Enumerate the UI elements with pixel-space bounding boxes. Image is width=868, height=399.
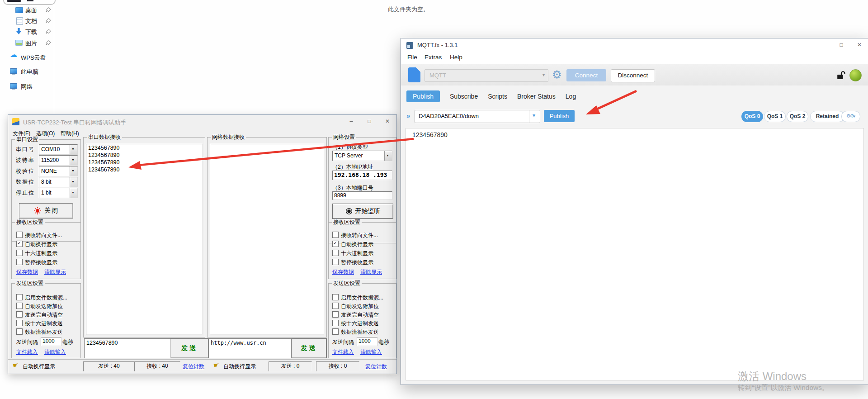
start-listen-button[interactable]: 开始监听: [332, 204, 393, 219]
publish-options-gear-button[interactable]: [841, 111, 860, 122]
chevron-down-icon[interactable]: [70, 188, 77, 198]
clear-input-link[interactable]: 清除输入: [360, 348, 382, 356]
net-send-button[interactable]: 发送: [291, 338, 327, 358]
checkbox-auto-clear[interactable]: [16, 311, 23, 318]
checkbox-recv-to-file[interactable]: [16, 232, 23, 238]
collapse-chevron-icon[interactable]: [406, 112, 410, 119]
chevron-down-icon[interactable]: [70, 156, 77, 165]
local-port-input[interactable]: 8899: [332, 191, 392, 200]
chevron-down-icon[interactable]: [70, 145, 77, 154]
checkbox-auto-append[interactable]: [16, 303, 23, 309]
publish-button[interactable]: Publish: [544, 110, 575, 122]
settings-gear-icon[interactable]: [552, 69, 562, 80]
minimize-button[interactable]: [814, 38, 832, 52]
serial-send-input[interactable]: 1234567890: [84, 338, 172, 358]
mqtt-tabs: Publish Subscribe Scripts Broker Status …: [406, 89, 576, 104]
hand-pointer-icon: [213, 361, 220, 370]
checkbox-pause-recv[interactable]: [332, 259, 339, 265]
tab-log[interactable]: Log: [566, 90, 576, 102]
mqtt-titlebar[interactable]: MQTT.fx - 1.3.1: [401, 38, 868, 52]
checkbox-file-source[interactable]: [332, 294, 339, 300]
checkbox-file-source[interactable]: [16, 294, 23, 300]
usr-titlebar[interactable]: USR-TCP232-Test 串口转网络调试助手: [8, 115, 396, 128]
tab-broker-status[interactable]: Broker Status: [517, 90, 556, 102]
checkbox-auto-append[interactable]: [332, 303, 339, 309]
checkbox-hex-send[interactable]: [332, 320, 339, 326]
hand-pointer-icon: [12, 361, 19, 370]
load-file-link[interactable]: 文件载入: [16, 348, 38, 356]
net-recv-textarea[interactable]: [210, 144, 324, 335]
windows-activation-watermark-sub: 转到“设置”以激活 Windows。: [738, 383, 829, 393]
disconnect-button[interactable]: Disconnect: [611, 69, 655, 82]
local-ip-input[interactable]: 192.168.18 .193: [332, 171, 392, 180]
close-serial-button[interactable]: 关闭: [19, 203, 73, 218]
tab-publish[interactable]: Publish: [406, 90, 440, 102]
usr-app-icon: [12, 118, 19, 125]
baud-rate-select[interactable]: 115200: [39, 155, 78, 166]
clear-display-link[interactable]: 清除显示: [360, 268, 382, 276]
windows-activation-watermark: 激活 Windows: [738, 369, 807, 384]
sidebar-item-pictures[interactable]: 图片: [0, 38, 54, 48]
load-file-link[interactable]: 文件载入: [332, 348, 354, 356]
close-button[interactable]: [850, 38, 868, 52]
chevron-down-icon[interactable]: [70, 166, 77, 176]
mqtt-fx-window: MQTT.fx - 1.3.1 File Extras Help MQTT Co…: [401, 38, 868, 385]
checkbox-auto-wrap[interactable]: [332, 241, 339, 247]
connect-button[interactable]: Connect: [566, 69, 606, 81]
maximize-button[interactable]: [832, 38, 850, 52]
tab-subscribe[interactable]: Subscribe: [450, 90, 478, 102]
clear-display-link[interactable]: 清除显示: [44, 268, 66, 276]
checkbox-loop-send[interactable]: [332, 328, 339, 335]
protocol-select[interactable]: TCP Server: [332, 151, 392, 161]
sidebar-item-documents[interactable]: 文档: [0, 16, 54, 26]
save-data-link[interactable]: 保存数据: [332, 268, 354, 276]
net-send-input[interactable]: http://www.usr.cn: [208, 338, 292, 358]
sidebar-item-wps-cloud[interactable]: ☁ WPS云盘: [0, 52, 54, 62]
checkbox-hex-send[interactable]: [16, 320, 23, 326]
qos1-button[interactable]: QoS 1: [764, 111, 786, 122]
save-data-link[interactable]: 保存数据: [16, 268, 38, 276]
tab-scripts[interactable]: Scripts: [488, 90, 507, 102]
qos0-button[interactable]: QoS 0: [741, 111, 763, 122]
profile-file-icon[interactable]: [408, 67, 420, 82]
chevron-down-icon[interactable]: [384, 151, 392, 161]
qos2-button[interactable]: QoS 2: [787, 111, 808, 122]
data-bits-select[interactable]: 8 bit: [39, 177, 78, 187]
retained-button[interactable]: Retained: [810, 111, 844, 122]
reset-count-link[interactable]: 复位计数: [183, 363, 204, 370]
menu-file[interactable]: File: [407, 54, 417, 61]
checkbox-recv-to-file[interactable]: [332, 232, 339, 238]
profile-select[interactable]: MQTT: [425, 69, 548, 82]
minimize-button[interactable]: [342, 115, 360, 128]
chevron-down-icon[interactable]: [529, 110, 540, 123]
parity-select[interactable]: NONE: [39, 166, 78, 176]
close-button[interactable]: [378, 115, 396, 128]
serial-send-button[interactable]: 发送: [170, 338, 209, 358]
checkbox-hex-display[interactable]: [332, 250, 339, 256]
sidebar-item-network[interactable]: 网络: [0, 81, 54, 91]
maximize-button[interactable]: [360, 115, 378, 128]
checkbox-pause-recv[interactable]: [16, 259, 23, 265]
sidebar-item-this-pc[interactable]: 此电脑: [0, 66, 54, 76]
com-port-select[interactable]: COM10: [39, 144, 78, 155]
checkbox-hex-display[interactable]: [16, 250, 23, 256]
mqtt-menubar: File Extras Help: [401, 52, 868, 64]
menu-help[interactable]: Help: [450, 54, 462, 61]
pin-icon: [44, 17, 52, 24]
reset-count-link[interactable]: 复位计数: [365, 363, 387, 370]
clear-input-link[interactable]: 清除输入: [44, 348, 66, 356]
checkbox-auto-wrap[interactable]: [16, 241, 23, 247]
checkbox-auto-clear[interactable]: [332, 311, 339, 318]
send-interval-input[interactable]: 1000: [357, 337, 377, 346]
sidebar-item-downloads[interactable]: 下载: [0, 27, 54, 37]
chevron-down-icon[interactable]: [70, 177, 77, 187]
stop-bits-select[interactable]: 1 bit: [39, 188, 78, 198]
publish-message-area[interactable]: 1234567890: [406, 128, 864, 380]
checkbox-loop-send[interactable]: [16, 328, 23, 335]
menu-help[interactable]: 帮助(H): [61, 130, 79, 138]
serial-recv-textarea[interactable]: 1234567890 1234567890 1234567890 1234567…: [86, 144, 203, 335]
topic-combobox[interactable]: D4AD20A5EAE0/down: [415, 110, 540, 123]
menu-extras[interactable]: Extras: [425, 54, 442, 61]
send-interval-input[interactable]: 1000: [41, 337, 61, 346]
sidebar-item-desktop[interactable]: 桌面: [0, 5, 54, 15]
